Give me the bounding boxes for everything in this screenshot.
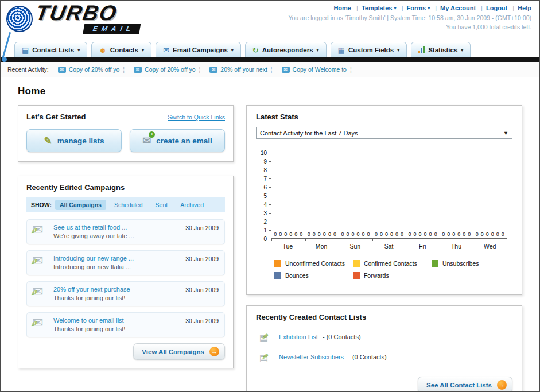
recent-activity-item[interactable]: ✉ 20% off your next: [209, 66, 272, 73]
edit-campaign-icon: ✉ ✎: [32, 257, 49, 270]
legend-item: Bounces: [274, 272, 353, 279]
filter-scheduled[interactable]: Scheduled: [110, 200, 147, 210]
tab-autoresponders[interactable]: ↻ Autoresponders ▾: [245, 42, 327, 57]
campaign-date: 30 Jun 2009: [185, 286, 219, 293]
edit-list-icon: ▤ ✎: [259, 332, 274, 345]
custom-fields-grid-icon: ▦: [338, 46, 345, 54]
view-all-campaigns-button[interactable]: View All Campaigns →: [133, 343, 225, 360]
chevron-down-icon: ▾: [142, 48, 144, 53]
stats-period-select[interactable]: Contact Activity for the Last 7 Days ▼: [256, 127, 512, 139]
campaign-item[interactable]: ✉ ✎ Introducing our new range ... Introd…: [26, 250, 225, 275]
recent-activity-item[interactable]: ✉ Copy of Welcome to: [282, 66, 352, 73]
bar-value-labels: 000000: [473, 231, 507, 237]
campaign-item[interactable]: ✉ ✎ 20% off your next purchase Thanks fo…: [26, 281, 225, 306]
contact-list-item[interactable]: ▤ ✎ Newsletter Subscribers - (0 Contacts…: [256, 347, 512, 367]
x-axis-label: Tue: [271, 243, 305, 250]
see-all-contact-lists-button[interactable]: See All Contact Lists →: [418, 377, 512, 392]
link-home[interactable]: Home: [333, 5, 351, 11]
tab-contact-lists[interactable]: ▤ Contact Lists ▾: [14, 42, 87, 57]
tab-email-campaigns[interactable]: ✉ Email Campaigns ▾: [156, 42, 241, 57]
x-axis-label: Fri: [406, 243, 440, 250]
chevron-down-icon: ▾: [397, 48, 399, 53]
switch-to-quick-links[interactable]: Switch to Quick Links: [168, 114, 225, 121]
legend-swatch: [274, 272, 281, 279]
chevron-down-icon: ▾: [231, 48, 234, 53]
filter-archived[interactable]: Archived: [176, 200, 208, 210]
recently-created-contact-lists-panel: Recently Created Contact Lists ▤ ✎ Exhib…: [246, 305, 522, 392]
y-axis-tick: [269, 230, 271, 231]
create-email-button[interactable]: ✉ + create an email: [130, 129, 225, 152]
filter-all-campaigns[interactable]: All Campaigns: [55, 200, 106, 210]
link-templates[interactable]: Templates: [362, 5, 393, 11]
campaign-subtitle: We're giving away our late ...: [53, 232, 170, 239]
footer-divider: [1, 381, 539, 381]
filter-sent[interactable]: Sent: [151, 200, 173, 210]
chart-legend: Unconfirmed ContactsConfirmed ContactsUn…: [274, 260, 512, 284]
pencil-icon: ✎: [29, 258, 40, 266]
link-help[interactable]: Help: [518, 5, 531, 11]
campaign-title-link[interactable]: Introducing our new range ...: [53, 255, 170, 262]
app-window: TURBO EMAIL Home Templates ▾ Forms ▾ My …: [0, 0, 540, 392]
chevron-down-icon: ▼: [503, 130, 508, 136]
envelope-icon: ✉: [163, 46, 169, 54]
recent-activity-item-label: Copy of 20% off yo: [145, 66, 196, 73]
link-my-account[interactable]: My Account: [440, 5, 476, 11]
campaign-title-link[interactable]: 20% off your next purchase: [53, 286, 170, 293]
y-axis-label: 5: [263, 193, 267, 199]
legend-label: Bounces: [285, 272, 309, 279]
chevron-down-icon: ▾: [394, 6, 397, 11]
legend-label: Unconfirmed Contacts: [285, 260, 345, 267]
link-logout[interactable]: Logout: [486, 5, 507, 11]
pencil-icon: ✎: [44, 135, 52, 147]
y-axis-tick: [269, 161, 271, 162]
autoresponder-refresh-icon: ↻: [252, 46, 259, 54]
manage-lists-button[interactable]: ✎ manage lists: [26, 129, 122, 152]
y-axis-label: 2: [263, 219, 267, 225]
tab-statistics[interactable]: Statistics ▾: [411, 42, 471, 57]
link-forms[interactable]: Forms: [406, 5, 426, 11]
campaign-item[interactable]: ✉ ✎ Welcome to our email list Thanks for…: [26, 312, 225, 337]
y-axis-label: 4: [263, 201, 267, 208]
y-axis-tick: [269, 153, 271, 153]
envelope-icon: ✉: [282, 67, 290, 73]
edit-campaign-icon: ✉ ✎: [32, 226, 49, 239]
contact-list-name-link[interactable]: Newsletter Subscribers: [279, 354, 344, 360]
campaign-date: 30 Jun 2009: [185, 224, 219, 231]
y-axis-tick: [269, 178, 271, 179]
contact-list-count: - (0 Contacts): [348, 354, 387, 360]
recent-activity-item[interactable]: ✉ Copy of 20% off yo: [134, 66, 200, 73]
tab-label: Contact Lists: [32, 46, 74, 53]
tab-custom-fields[interactable]: ▦ Custom Fields ▾: [331, 42, 407, 57]
envelope-icon: ✉: [134, 67, 142, 73]
stats-period-value: Contact Activity for the Last 7 Days: [260, 130, 358, 137]
x-axis-label: Thu: [440, 243, 473, 250]
contact-list-item[interactable]: ▤ ✎ Exhibition List - (0 Contacts): [256, 327, 512, 347]
recently-edited-campaigns-panel: Recently Edited Campaigns SHOW: All Camp…: [18, 176, 234, 368]
pencil-icon: ✎: [29, 320, 40, 328]
tab-contacts[interactable]: ☻ Contacts ▾: [91, 42, 151, 57]
legend-item: Unconfirmed Contacts: [274, 260, 353, 267]
campaign-item[interactable]: ✉ ✎ See us at the retail food ... We're …: [26, 219, 225, 244]
arrow-right-icon: →: [497, 380, 507, 390]
y-axis-label: 0: [263, 236, 267, 242]
campaign-title-link[interactable]: Welcome to our email list: [53, 317, 170, 324]
bar-value-labels: 000000: [372, 231, 406, 237]
view-all-campaigns-label: View All Campaigns: [142, 348, 204, 355]
recent-activity-item-label: Copy of 20% off yo: [69, 66, 120, 73]
top-bar: TURBO EMAIL Home Templates ▾ Forms ▾ My …: [1, 1, 539, 38]
envelope-icon: ✉: [58, 67, 66, 73]
bar-value-labels: 000000: [339, 231, 372, 237]
turbo-email-logo[interactable]: TURBO EMAIL: [6, 3, 142, 34]
logo-word-email: EMAIL: [83, 24, 141, 34]
contact-list-name-link[interactable]: Exhibition List: [279, 333, 318, 340]
y-axis-tick: [269, 213, 271, 214]
campaign-title-link[interactable]: See us at the retail food ...: [53, 224, 170, 231]
y-axis-tick: [269, 222, 271, 222]
x-axis-tick: [305, 239, 306, 241]
recent-activity-item[interactable]: ✉ Copy of 20% off yo: [58, 66, 125, 73]
legend-swatch: [274, 260, 281, 267]
get-started-panel: Let's Get Started Switch to Quick Links …: [18, 105, 234, 162]
bar-value-labels: 000000: [406, 231, 440, 237]
x-axis-tick: [473, 239, 473, 241]
pencil-icon: ✎: [260, 352, 270, 360]
